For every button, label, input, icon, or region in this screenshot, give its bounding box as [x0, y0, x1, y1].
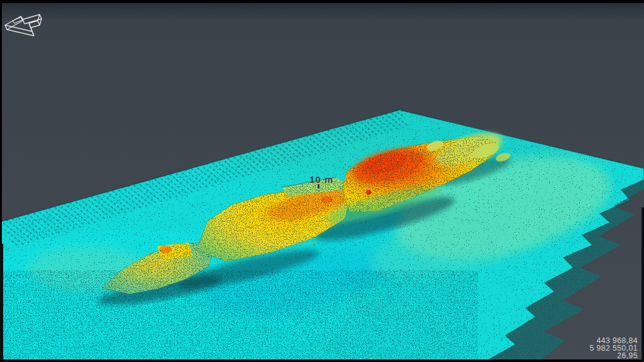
app-root: { "viewer": { "orientation_icon": "3d-na…: [0, 0, 644, 362]
viewport-3d[interactable]: 10 m 443 968,84 5 982 550,01 26,95: [0, 0, 644, 362]
scale-tick: [318, 184, 319, 189]
scale-label: 10 m: [309, 174, 333, 185]
elevation-value: 26,95: [617, 351, 638, 360]
scale-tick-dot: [318, 190, 319, 192]
point-cloud-scene: 10 m 443 968,84 5 982 550,01 26,95: [0, 0, 644, 362]
